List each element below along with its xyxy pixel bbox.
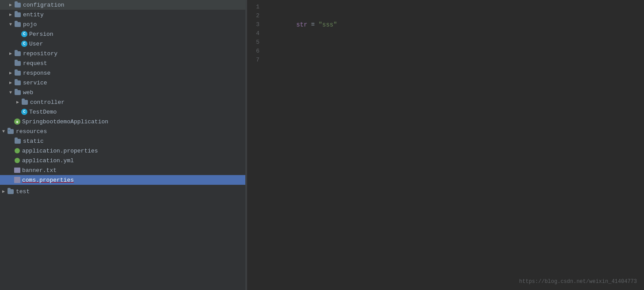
tree-item-entity[interactable]: entity (0, 10, 245, 19)
code-string-sss: "sss" (319, 21, 337, 28)
tree-item-request[interactable]: request (0, 58, 245, 68)
label-request: request (23, 60, 47, 67)
tree-item-springboot-app[interactable]: ◉ SpringbootdemoApplication (0, 117, 245, 126)
label-pojo: pojo (23, 21, 37, 28)
line-numbers: 1 2 3 4 5 6 7 (247, 2, 265, 288)
tree-item-resources[interactable]: resources (0, 126, 245, 136)
class-icon-testdemo: C (21, 109, 27, 115)
folder-icon-controller (21, 99, 28, 106)
tree-item-web[interactable]: web (0, 88, 245, 97)
code-line-5 (267, 38, 644, 47)
folder-icon-static (14, 137, 21, 145)
arrow-controller (14, 99, 21, 105)
tree-item-banner[interactable]: banner.txt (0, 165, 245, 175)
folder-icon-entity (14, 11, 21, 18)
code-line-6 (267, 47, 644, 56)
class-icon-user: C (21, 41, 27, 47)
folder-icon-web (14, 89, 21, 96)
label-springboot-app: SpringbootdemoApplication (22, 118, 108, 125)
label-app-yml: application.yml (22, 157, 74, 164)
tree-item-service[interactable]: service (0, 78, 245, 88)
code-content[interactable]: str = "sss" (265, 2, 644, 288)
folder-icon-configration (14, 1, 21, 8)
label-controller: controller (30, 99, 65, 106)
folder-icon-repository (14, 50, 21, 57)
label-test: test (16, 188, 30, 195)
props-icon-banner (14, 167, 20, 173)
line-num-5: 5 (247, 38, 259, 47)
code-line-7 (267, 56, 644, 65)
label-persion: Persion (29, 31, 53, 38)
props-icon-coms-properties (14, 177, 20, 183)
tree-item-persion[interactable]: C Persion (0, 29, 245, 39)
label-response: response (23, 70, 50, 76)
line-num-4: 4 (247, 29, 259, 38)
tree-item-user[interactable]: C User (0, 39, 245, 49)
tree-item-app-properties[interactable]: application.properties (0, 146, 245, 156)
code-var-str: str (296, 21, 307, 28)
label-configration: configration (23, 2, 65, 8)
folder-icon-pojo (14, 21, 21, 28)
tree-item-testdemo[interactable]: C TestDemo (0, 107, 245, 117)
line-num-3: 3 (247, 20, 259, 29)
label-coms-properties: coms.properties (22, 177, 74, 183)
label-web: web (23, 89, 33, 96)
folder-icon-test (7, 188, 14, 195)
line-num-7: 7 (247, 56, 259, 65)
code-editor: 1 2 3 4 5 6 7 str = "sss" https://blog.c… (247, 0, 644, 290)
folder-icon-resources (7, 128, 14, 135)
arrow-repository (7, 51, 14, 56)
file-tree[interactable]: configration entity pojo C Persion C Use… (0, 0, 245, 290)
tree-item-configration[interactable]: configration (0, 0, 245, 10)
folder-icon-service (14, 79, 21, 86)
arrow-configration (7, 2, 14, 8)
line-num-6: 6 (247, 47, 259, 56)
tree-item-controller[interactable]: controller (0, 97, 245, 107)
label-app-properties: application.properties (22, 148, 98, 154)
code-line-4 (267, 29, 644, 38)
label-user: User (29, 41, 43, 47)
tree-item-app-yml[interactable]: application.yml (0, 156, 245, 165)
tree-item-test[interactable]: test (0, 187, 245, 196)
tree-item-pojo[interactable]: pojo (0, 19, 245, 29)
label-resources: resources (16, 128, 47, 135)
arrow-test (0, 189, 7, 194)
tree-item-coms-properties[interactable]: coms.properties (0, 175, 245, 185)
label-banner: banner.txt (22, 167, 57, 174)
label-entity: entity (23, 11, 44, 18)
code-line-1 (267, 3, 644, 11)
tree-item-repository[interactable]: repository (0, 49, 245, 58)
arrow-resources (0, 129, 7, 134)
props-icon-app-yml (14, 157, 20, 164)
spring-icon: ◉ (14, 118, 20, 125)
label-repository: repository (23, 50, 57, 57)
code-op-assign: = (307, 21, 318, 28)
line-num-2: 2 (247, 11, 259, 20)
tree-item-static[interactable]: static (0, 136, 245, 146)
class-icon-persion: C (21, 31, 27, 37)
props-icon-app-properties (14, 148, 20, 154)
label-service: service (23, 80, 47, 86)
arrow-web (7, 90, 14, 95)
tree-item-response[interactable]: response (0, 68, 245, 78)
label-testdemo: TestDemo (29, 109, 57, 115)
line-num-1: 1 (247, 3, 259, 11)
label-static: static (23, 138, 44, 145)
watermark-text: https://blog.csdn.net/weixin_41404773 (519, 279, 637, 285)
arrow-entity (7, 12, 14, 17)
arrow-response (7, 70, 14, 76)
folder-icon-request (14, 60, 21, 67)
folder-icon-response (14, 69, 21, 76)
arrow-pojo (7, 22, 14, 27)
arrow-service (7, 80, 14, 85)
code-line-2: str = "sss" (267, 11, 644, 20)
